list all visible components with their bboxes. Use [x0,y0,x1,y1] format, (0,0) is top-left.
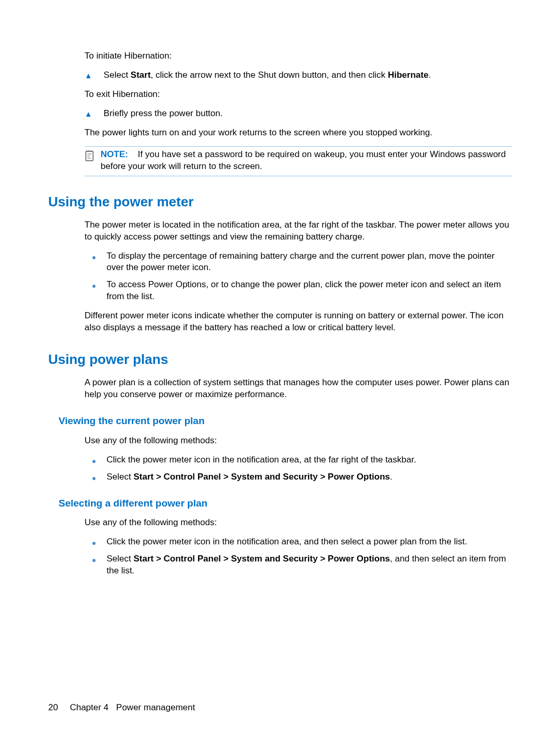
list-item: ● To display the percentage of remaining… [85,250,512,274]
bullet-icon: ● [92,281,96,291]
heading-power-plans: Using power plans [48,350,512,369]
text-bold: Start > Control Panel > System and Secur… [133,472,390,482]
note-icon [85,149,95,162]
bullet-text: Select Start > Control Panel > System an… [106,553,512,577]
bullet-icon: ● [92,473,96,483]
text-fragment: Select [104,70,131,80]
bullet-icon: ● [92,252,96,262]
bullet-text: To access Power Options, or to change th… [106,279,512,303]
text-fragment: Select [106,472,133,482]
bullet-icon: ● [92,555,96,565]
note-body: If you have set a password to be require… [101,149,506,171]
text-fragment: Select [106,554,133,564]
heading-power-meter: Using the power meter [48,193,512,211]
page-number: 20 [48,702,58,712]
viewing-plan-intro: Use any of the following methods: [85,435,512,447]
list-item: ● Click the power meter icon in the noti… [85,536,512,548]
bullet-text: Select Start > Control Panel > System an… [106,471,512,483]
chapter-label: Chapter 4 [70,702,109,712]
text-bold: Hibernate [388,70,428,80]
step-initiate: ▲ Select Start, click the arrow next to … [85,69,512,81]
power-meter-content: The power meter is located in the notifi… [48,219,512,334]
note-text: NOTE: If you have set a password to be r… [101,149,512,173]
heading-viewing-plan: Viewing the current power plan [59,414,512,428]
step-triangle-icon: ▲ [85,71,92,81]
viewing-plan-content: Use any of the following methods: ● Clic… [48,435,512,483]
list-item: ● To access Power Options, or to change … [85,279,512,303]
note-divider-top [85,146,512,147]
step-initiate-text: Select Start, click the arrow next to th… [104,69,512,81]
bullet-icon: ● [92,538,96,548]
text-fragment: . [390,472,393,482]
note-divider-bottom [85,176,512,176]
text-bold: Start [131,70,151,80]
note-label: NOTE: [101,149,128,159]
text-fragment: . [428,70,431,80]
bullet-icon: ● [92,456,96,466]
page-footer: 20 Chapter 4 Power management [48,702,195,714]
list-item: ● Click the power meter icon in the noti… [85,454,512,466]
power-meter-outro: Different power meter icons indicate whe… [85,310,512,334]
list-item: ● Select Start > Control Panel > System … [85,471,512,483]
bullet-text: Click the power meter icon in the notifi… [106,536,512,548]
selecting-plan-content: Use any of the following methods: ● Clic… [48,517,512,577]
chapter-title: Power management [116,702,195,712]
exit-hibernation-label: To exit Hibernation: [85,89,512,101]
step-exit-text: Briefly press the power button. [104,108,512,120]
bullet-text: To display the percentage of remaining b… [106,250,512,274]
selecting-plan-intro: Use any of the following methods: [85,517,512,529]
text-bold: Start > Control Panel > System and Secur… [133,554,390,564]
power-plans-content: A power plan is a collection of system s… [48,377,512,401]
hibernation-section: To initiate Hibernation: ▲ Select Start,… [48,50,512,176]
step-exit: ▲ Briefly press the power button. [85,108,512,120]
step-triangle-icon: ▲ [85,109,92,119]
power-return-text: The power lights turn on and your work r… [85,127,512,139]
list-item: ● Select Start > Control Panel > System … [85,553,512,577]
bullet-text: Click the power meter icon in the notifi… [106,454,512,466]
power-plans-intro: A power plan is a collection of system s… [85,377,512,401]
heading-selecting-plan: Selecting a different power plan [59,497,512,510]
note-box: NOTE: If you have set a password to be r… [85,149,512,173]
initiate-hibernation-label: To initiate Hibernation: [85,50,512,62]
text-fragment: , click the arrow next to the Shut down … [151,70,388,80]
power-meter-intro: The power meter is located in the notifi… [85,219,512,243]
